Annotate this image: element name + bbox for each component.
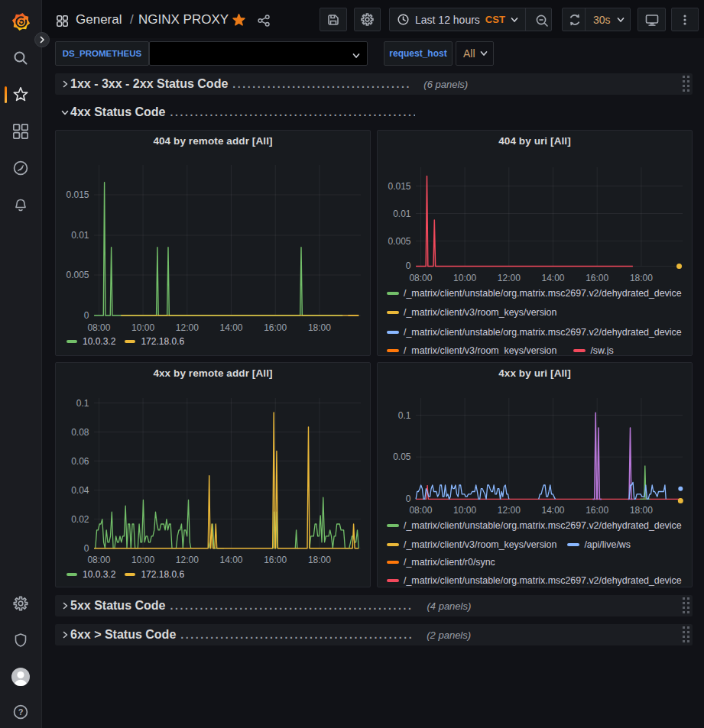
svg-text:14:00: 14:00	[541, 273, 564, 283]
svg-text:0.005: 0.005	[66, 270, 89, 280]
svg-text:0: 0	[84, 543, 89, 554]
svg-text:14:00: 14:00	[219, 555, 242, 565]
svg-text:12:00: 12:00	[176, 322, 199, 333]
svg-text:0.1: 0.1	[76, 398, 89, 409]
svg-text:10:00: 10:00	[453, 505, 476, 516]
svg-text:0.005: 0.005	[388, 236, 410, 247]
svg-text:08:00: 08:00	[87, 555, 110, 565]
svg-text:0: 0	[84, 310, 89, 321]
svg-text:10:00: 10:00	[131, 555, 154, 565]
svg-text:0.015: 0.015	[66, 189, 89, 200]
svg-text:0: 0	[406, 493, 411, 504]
svg-text:0.02: 0.02	[71, 514, 89, 525]
svg-text:12:00: 12:00	[176, 555, 199, 565]
svg-text:0.04: 0.04	[71, 485, 89, 496]
svg-text:10:00: 10:00	[453, 273, 476, 283]
svg-text:16:00: 16:00	[586, 505, 608, 516]
svg-text:0.1: 0.1	[398, 410, 411, 421]
svg-text:08:00: 08:00	[87, 322, 110, 333]
svg-text:14:00: 14:00	[219, 322, 242, 333]
svg-text:12:00: 12:00	[498, 505, 521, 516]
svg-text:10:00: 10:00	[131, 322, 154, 333]
svg-text:0.05: 0.05	[393, 451, 411, 462]
svg-text:18:00: 18:00	[308, 322, 331, 333]
svg-text:0.01: 0.01	[393, 209, 411, 219]
svg-text:0.015: 0.015	[388, 181, 410, 192]
svg-text:18:00: 18:00	[308, 555, 331, 565]
svg-text:16:00: 16:00	[586, 273, 608, 283]
svg-text:0: 0	[406, 260, 411, 271]
svg-text:12:00: 12:00	[498, 273, 521, 283]
svg-text:14:00: 14:00	[541, 505, 564, 516]
svg-text:?: ?	[18, 707, 24, 717]
svg-text:16:00: 16:00	[264, 322, 287, 333]
svg-text:0.08: 0.08	[71, 427, 89, 438]
svg-text:08:00: 08:00	[409, 273, 432, 283]
svg-text:0.06: 0.06	[71, 456, 89, 467]
svg-text:16:00: 16:00	[264, 555, 287, 565]
svg-text:18:00: 18:00	[630, 273, 653, 283]
svg-text:18:00: 18:00	[630, 505, 653, 516]
svg-text:0.01: 0.01	[71, 230, 89, 241]
svg-text:08:00: 08:00	[409, 505, 432, 516]
